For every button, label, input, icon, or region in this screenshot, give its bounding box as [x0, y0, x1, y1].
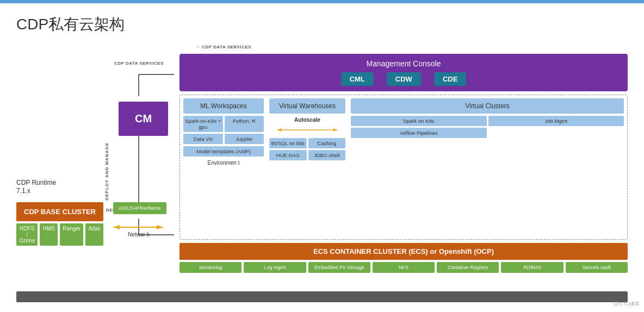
cdp-data-services-label: CDP DATA SERVICES — [114, 61, 164, 66]
ml-workspaces-column: ML Workspaces Spark-on-K8s + gpu Python,… — [183, 98, 264, 236]
vc-empty — [488, 128, 624, 138]
right-column: ← CDP DATA SERVICES Management Console C… — [174, 45, 628, 273]
ml-dataviz: Data Viz — [183, 134, 223, 144]
main-diagram: CDP Runtime 7.1.x CDP BASE CLUSTER HDFS … — [16, 45, 628, 273]
mgmt-console-title: Management Console — [188, 59, 619, 68]
mgmt-console-section: Management Console CML CDW CDE — [179, 54, 628, 91]
cm-box: CM — [119, 102, 168, 136]
bare-metal-bar — [16, 291, 628, 302]
ecs-rdbms: RDBMS — [501, 262, 563, 273]
vc-spark: Spark on K8s — [351, 116, 487, 126]
ml-model-templates: Model templates (AMP) — [183, 146, 264, 157]
ml-python: Python, R — [225, 116, 264, 132]
virtual-warehouses-column: Virtual Warehouses Autoscale — [269, 98, 345, 236]
ml-workspaces-items: Spark-on-K8s + gpu Python, R Data Viz Ju… — [183, 116, 264, 144]
cml-button: CML — [341, 72, 374, 86]
cde-button: CDE — [434, 72, 466, 86]
vc-items: Spark on K8s Job Mgmt Airflow Pipelines — [351, 116, 624, 138]
vw-title: Virtual Warehouses — [269, 98, 345, 114]
virtual-clusters-column: Virtual Clusters Spark on K8s Job Mgmt A… — [351, 98, 624, 236]
ad-ldap-text: AD/LDAP/Kerberos — [113, 202, 166, 214]
vc-airflow: Airflow Pipelines — [351, 128, 487, 138]
ecs-nfs: NFS — [373, 262, 435, 273]
center-column: DEPLOY AND MANAGE CDP DATA SERVIC — [103, 45, 174, 273]
slide-content: CDP私有云架构 CDP Runtime 7.1.x CDP BASE CLUS… — [0, 3, 644, 312]
ml-spark: Spark-on-K8s + gpu — [183, 116, 223, 132]
ad-ldap-box: AD/LDAP/Kerberos — [113, 198, 166, 214]
network-arrow-svg — [109, 222, 169, 233]
environment-label: Environmen t — [183, 160, 264, 166]
base-cluster-hdfs: HDFS /Ozone — [16, 223, 38, 246]
vw-jdbcshell: JDBC-shell — [308, 150, 346, 160]
autoscale-arrow — [269, 126, 345, 136]
slide-title: CDP私有云架构 — [16, 14, 628, 35]
ecs-items: Monitoring Log mgmt Embedded PV Storage … — [179, 262, 628, 273]
ecs-section: ECS CONTAINER CLUSTER (ECS) or Openshift… — [179, 243, 628, 273]
ml-jupyter: Jupyter — [225, 134, 264, 144]
center-svg-connectors — [103, 45, 174, 273]
vw-caching: Caching — [308, 138, 346, 148]
vw-bisql: BI/SQL on k8s — [269, 138, 307, 148]
ecs-pvstore: Embedded PV Storage — [308, 262, 370, 273]
mgmt-console-buttons: CML CDW CDE — [188, 72, 619, 86]
base-cluster-atlas: Atlas — [85, 223, 103, 246]
left-column: CDP Runtime 7.1.x CDP BASE CLUSTER HDFS … — [16, 45, 103, 273]
cdp-runtime-label: CDP Runtime 7.1.x — [16, 179, 103, 196]
vw-huedas: HUE-DAS — [269, 150, 307, 160]
base-cluster-items: HDFS /Ozone HMS Ranger Atlas — [16, 223, 103, 246]
base-cluster-section: CDP BASE CLUSTER HDFS /Ozone HMS Ranger … — [16, 202, 103, 246]
ecs-monitoring: Monitoring — [179, 262, 242, 273]
services-area: ML Workspaces Spark-on-K8s + gpu Python,… — [179, 95, 628, 240]
ml-workspaces-title: ML Workspaces — [183, 98, 264, 114]
watermark: @ICTO播客 — [614, 301, 640, 308]
ecs-registry: Container Registry — [437, 262, 499, 273]
autoscale-svg — [275, 126, 340, 134]
vw-items: BI/SQL on k8s Caching HUE-DAS JDBC-shell — [269, 138, 345, 160]
three-column-services: ML Workspaces Spark-on-K8s + gpu Python,… — [183, 98, 624, 236]
autoscale-label: Autoscale — [269, 117, 345, 123]
base-cluster-ranger: Ranger — [60, 223, 83, 246]
vc-jobmgmt: Job Mgmt — [488, 116, 624, 126]
deploy-manage-vertical-label: DEPLOY AND MANAGE — [104, 142, 109, 201]
network-label: Networ k — [109, 222, 169, 238]
cdw-button: CDW — [387, 72, 421, 86]
cdp-data-services-right-label: ← CDP DATA SERVICES — [196, 45, 628, 49]
ecs-logmgmt: Log mgmt — [244, 262, 306, 273]
ecs-secrets: Secrets vault — [566, 262, 628, 273]
base-cluster-box: CDP BASE CLUSTER — [16, 202, 103, 221]
ecs-title: ECS CONTAINER CLUSTER (ECS) or Openshift… — [179, 243, 628, 260]
slide-container: CDP私有云架构 CDP Runtime 7.1.x CDP BASE CLUS… — [0, 0, 644, 312]
base-cluster-hms: HMS — [40, 223, 58, 246]
vc-title: Virtual Clusters — [351, 98, 624, 114]
